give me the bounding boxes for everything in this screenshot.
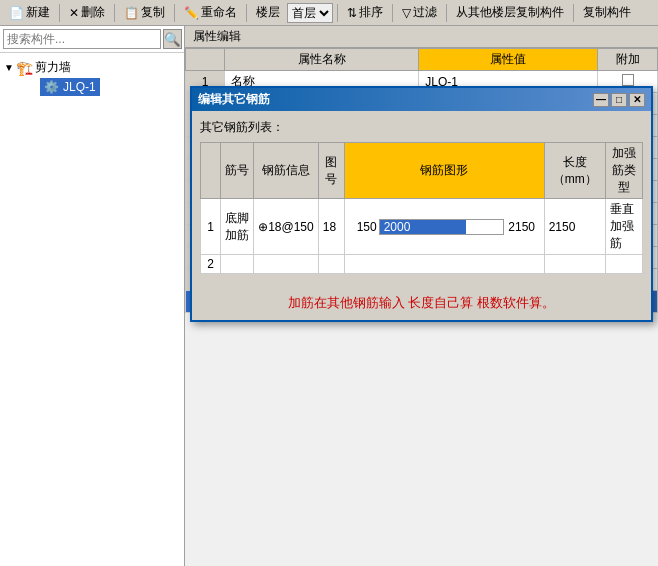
tree-area: ▼ 🏗️ 剪力墙 ⚙️ JLQ-1	[0, 53, 184, 566]
dialog-subtitle: 其它钢筋列表：	[200, 119, 643, 136]
rename-label: 重命名	[201, 4, 237, 21]
tree-child-item[interactable]: ⚙️ JLQ-1	[40, 78, 100, 96]
attr-row-checkbox[interactable]	[622, 74, 634, 86]
toolbar: 📄 新建 ✕ 删除 📋 复制 ✏️ 重命名 楼层 首层 ⇅ 排序 ▽ 过滤 从其…	[0, 0, 658, 26]
maximize-icon: □	[616, 94, 622, 105]
inner-row-barinfo[interactable]	[254, 255, 319, 274]
bar-left-val: 150	[349, 220, 379, 234]
main-layout: 🔍 ▼ 🏗️ 剪力墙 ⚙️ JLQ-1 属性编辑	[0, 26, 658, 566]
delete-label: 删除	[81, 4, 105, 21]
copy-button[interactable]: 📋 复制	[119, 2, 170, 23]
copy-icon: 📋	[124, 6, 139, 20]
inner-table-row: 2	[201, 255, 643, 274]
inner-row-type	[605, 255, 642, 274]
floor-label: 楼层	[256, 4, 280, 21]
inner-col-barname: 筋号	[221, 143, 254, 199]
copy-struct-label: 复制构件	[583, 4, 631, 21]
inner-col-type: 加强筋类型	[605, 143, 642, 199]
delete-icon: ✕	[69, 6, 79, 20]
inner-row-num: 2	[201, 255, 221, 274]
filter-icon: ▽	[402, 6, 411, 20]
tree-children: ⚙️ JLQ-1	[20, 78, 180, 96]
inner-col-num	[201, 143, 221, 199]
sep7	[446, 4, 447, 22]
tree-child-label: JLQ-1	[63, 80, 96, 94]
dialog-minimize-button[interactable]: —	[593, 93, 609, 107]
col-attr-name: 属性名称	[225, 49, 419, 71]
left-panel: 🔍 ▼ 🏗️ 剪力墙 ⚙️ JLQ-1	[0, 26, 185, 566]
inner-row-num: 1	[201, 199, 221, 255]
inner-row-figno[interactable]	[318, 255, 344, 274]
sep3	[174, 4, 175, 22]
inner-row-type: 垂直加强筋	[605, 199, 642, 255]
search-input[interactable]	[3, 29, 161, 49]
dialog-close-button[interactable]: ✕	[629, 93, 645, 107]
dialog-note: 加筋在其他钢筋输入 长度自己算 根数软件算。	[200, 294, 643, 312]
col-num	[186, 49, 225, 71]
dialog-window-controls: — □ ✕	[593, 93, 645, 107]
inner-table: 筋号 钢筋信息 图号 钢筋图形	[200, 142, 643, 274]
rename-button[interactable]: ✏️ 重命名	[179, 2, 242, 23]
minimize-icon: —	[596, 94, 606, 105]
inner-row-figno[interactable]: 18	[318, 199, 344, 255]
search-icon: 🔍	[164, 32, 181, 47]
attr-panel-title: 属性编辑	[185, 26, 658, 48]
inner-row-barshape	[344, 255, 544, 274]
delete-button[interactable]: ✕ 删除	[64, 2, 110, 23]
copy-from-button[interactable]: 从其他楼层复制构件	[451, 2, 569, 23]
filter-button[interactable]: ▽ 过滤	[397, 2, 442, 23]
inner-col-barinfo: 钢筋信息	[254, 143, 319, 199]
inner-row-barshape: 150 2000 2150	[344, 199, 544, 255]
dialog-maximize-button[interactable]: □	[611, 93, 627, 107]
dialog-window: 编辑其它钢筋 — □ ✕ 其它钢筋列表：	[190, 86, 653, 322]
tree-child-icon: ⚙️	[44, 80, 59, 94]
sep5	[337, 4, 338, 22]
floor-button[interactable]: 楼层	[251, 2, 285, 23]
copy-from-label: 从其他楼层复制构件	[456, 4, 564, 21]
search-button[interactable]: 🔍	[163, 29, 182, 49]
sep4	[246, 4, 247, 22]
bar-mid[interactable]: 2000	[379, 219, 504, 235]
inner-row-length	[544, 255, 605, 274]
sort-button[interactable]: ⇅ 排序	[342, 2, 388, 23]
dialog-title: 编辑其它钢筋	[198, 91, 270, 108]
filter-label: 过滤	[413, 4, 437, 21]
tree-expand-icon[interactable]: ▼	[4, 62, 14, 73]
floor-select[interactable]: 首层	[287, 3, 333, 23]
new-icon: 📄	[9, 6, 24, 20]
new-label: 新建	[26, 4, 50, 21]
copy-struct-button[interactable]: 复制构件	[578, 2, 636, 23]
bar-center-val: 2000	[380, 220, 411, 234]
inner-col-barshape: 钢筋图形	[344, 143, 544, 199]
right-panel: 属性编辑 属性名称 属性值 附加	[185, 26, 658, 566]
inner-row-barname[interactable]: 底脚加筋	[221, 199, 254, 255]
dialog-body: 其它钢筋列表： 筋号 钢筋信息 图号	[192, 111, 651, 320]
inner-row-barname[interactable]	[221, 255, 254, 274]
col-attr-add: 附加	[598, 49, 658, 71]
dialog-titlebar: 编辑其它钢筋 — □ ✕	[192, 88, 651, 111]
tree-root-icon: 🏗️	[16, 60, 33, 76]
sep2	[114, 4, 115, 22]
close-icon: ✕	[633, 94, 641, 105]
inner-row-length: 2150	[544, 199, 605, 255]
tree-root-item[interactable]: ▼ 🏗️ 剪力墙	[4, 57, 180, 78]
rename-icon: ✏️	[184, 6, 199, 20]
bar-visual: 150 2000 2150	[349, 216, 540, 238]
sep1	[59, 4, 60, 22]
search-bar: 🔍	[0, 26, 184, 53]
sep8	[573, 4, 574, 22]
inner-col-length: 长度（mm）	[544, 143, 605, 199]
tree-root-label: 剪力墙	[35, 59, 71, 76]
inner-col-figno: 图号	[318, 143, 344, 199]
sep6	[392, 4, 393, 22]
sort-label: 排序	[359, 4, 383, 21]
sort-icon: ⇅	[347, 6, 357, 20]
bar-right-val: 2150	[504, 220, 540, 234]
new-button[interactable]: 📄 新建	[4, 2, 55, 23]
inner-row-barinfo[interactable]: ⊕18@150	[254, 199, 319, 255]
inner-table-row: 1底脚加筋⊕18@15018 150 2000 2150 2150垂直加强筋	[201, 199, 643, 255]
col-attr-value: 属性值	[419, 49, 598, 71]
copy-label: 复制	[141, 4, 165, 21]
